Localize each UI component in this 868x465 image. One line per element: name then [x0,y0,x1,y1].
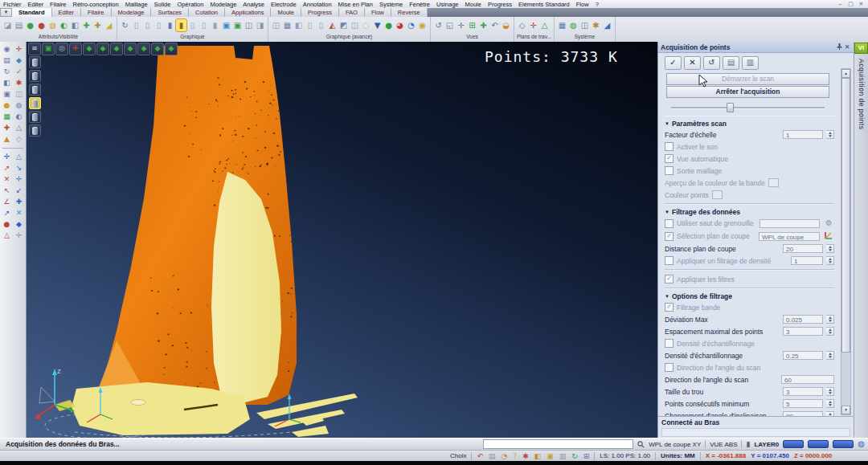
globe-icon[interactable]: ◍ [568,19,579,31]
minimize-button[interactable]: – [837,1,844,7]
active-workplane[interactable]: WPL de coupe XY [649,441,701,448]
vp-frame-icon[interactable]: ▣ [42,43,55,55]
frog-jump-settings-icon[interactable]: ⚙ [823,218,834,228]
node-icon[interactable]: ● [2,219,13,230]
view-cube-front-icon[interactable]: ◆ [83,43,96,55]
help-icon[interactable]: ? [513,451,517,461]
draft-analysis-icon[interactable]: ◭ [327,19,338,31]
tab-editer[interactable]: Editer [52,8,82,17]
filter-visibility-icon[interactable]: ◧ [70,19,80,31]
clip-plane-icon[interactable]: ▦ [282,19,293,31]
scan-buffer-icon-3[interactable] [29,84,41,96]
menu-item-operation[interactable]: Opération [174,1,207,8]
selection-mask-icon[interactable]: ◧ [534,451,542,461]
checkbox-direction-de-l-angle-du-scan[interactable] [665,363,674,372]
macro-icon[interactable]: ✱ [591,19,601,31]
menu-item-electrode[interactable]: Electrode [268,1,300,8]
menu-item-retro-conception[interactable]: Rétro-conception [70,1,122,8]
shade-icon[interactable]: ◐ [14,112,25,122]
scroll-down-arrow[interactable]: ▼ [841,406,850,414]
previous-view-icon[interactable]: ↶ [489,19,500,31]
view-manager-icon[interactable]: ◒ [501,19,511,31]
rotate-view-icon[interactable]: ↺ [433,19,444,31]
vector-se-icon[interactable]: ↘ [14,163,25,173]
save-points-button[interactable]: ▥ [742,56,759,70]
refresh-db-icon[interactable]: ▣ [232,19,243,31]
tab-fao[interactable]: FAO [339,8,365,17]
menu-item-mise-en-plan[interactable]: Mise en Plan [335,1,376,8]
render-mode-icon-7[interactable]: ▮ [210,19,220,31]
render-mode-icon-3[interactable]: ▯ [154,19,164,31]
slider-thumb[interactable] [727,103,734,112]
zebra-icon[interactable]: ◩ [338,19,349,31]
vp-zoom-icon[interactable]: ◎ [55,43,68,55]
validate-icon[interactable]: ✓ [14,67,25,77]
line-dir-icon[interactable]: ↗ [2,208,13,218]
render-mode-points-icon[interactable]: ▮ [176,19,186,31]
view-cube-iso-icon[interactable]: ◆ [165,43,178,55]
view-cube-left-icon[interactable]: ◆ [110,43,123,55]
spinner-control[interactable] [826,387,834,396]
scan-buffer-icon-2[interactable] [29,70,41,82]
snap-point-icon[interactable]: ✛ [14,44,25,55]
menu-item-progress[interactable]: Progress [485,1,515,8]
checkbox-appliquer-un-filtrage-de-densite[interactable] [665,256,674,265]
cancel-button[interactable]: ✕ [684,56,701,70]
menu-item-annotation[interactable]: Annotation [300,1,335,8]
input-espacement-maximal-des-points[interactable]: 3 [783,327,823,336]
add-icon[interactable]: ✚ [2,123,13,133]
zoom-in-icon[interactable]: ✚ [478,19,489,31]
section-view-icon[interactable]: ◫ [271,19,281,31]
view-cube-top-icon[interactable]: ◆ [137,43,150,55]
tri-axis-icon[interactable]: △ [2,230,13,241]
reset-scan-button[interactable]: ↺ [703,56,720,70]
tab-flow[interactable]: Flow [365,8,391,17]
input-densite-d-echantillonnage[interactable]: 0.25 [783,351,823,360]
stamp-icon[interactable]: ◪ [2,19,13,31]
cone-icon[interactable]: ▼ [372,19,383,31]
input-direction-de-l-angle-du-scan[interactable]: 60 [781,375,834,384]
half-view-icon[interactable]: ◧ [2,78,13,88]
clipboard-icon[interactable]: ▤ [489,451,496,461]
scan-buffer-icon-1[interactable] [29,56,41,68]
hide-selected-icon[interactable]: ✚ [92,19,103,31]
vp-triad-icon[interactable]: ✛ [69,43,82,55]
vector-nw-icon[interactable]: ↖ [2,186,13,196]
window-layout-icon[interactable]: ▦ [557,19,567,31]
sphere-shaded-icon[interactable]: ● [383,19,394,31]
section-header-filtrage-des-donnees[interactable]: ▼Filtrage des données [665,206,834,217]
color-swatch-couleur-points[interactable] [712,190,723,199]
scan-buffer-icon-4[interactable] [29,97,41,109]
regen-view-icon[interactable]: ↻ [120,19,130,31]
checkbox-filtrage-bande[interactable]: ✓ [665,303,674,312]
graphics-db-icon[interactable]: ▣ [221,19,231,31]
scene-settings-icon[interactable]: ◨ [255,19,265,31]
workplane-xy-icon[interactable]: ◇ [517,19,527,31]
copy-attributes-icon[interactable]: ▤ [14,19,24,31]
search-input[interactable] [483,439,633,449]
input-utiliser-saut-de-grenouille[interactable] [760,219,820,228]
sphere-rainbow-icon[interactable]: ◉ [417,19,428,31]
zoom-extents-icon[interactable]: ⊞ [467,19,477,31]
menu-item-moule[interactable]: Moule [462,1,485,8]
checkbox-appliquer-les-filtres[interactable]: ✓ [665,275,674,283]
point-diamond-icon[interactable]: ◆ [14,219,25,230]
view-cube-bottom-icon[interactable]: ◆ [151,43,164,55]
spinner-control[interactable] [826,399,834,408]
menu-item-elements-standard[interactable]: Eléments Standard [515,1,573,8]
edges-icon[interactable]: ▯ [305,19,315,31]
traffic-light-icon[interactable]: ◍ [47,19,58,31]
tab-surfaces[interactable]: Surfaces [151,8,189,17]
menu-item-analyse[interactable]: Analyse [240,1,268,8]
load-points-button[interactable]: ▤ [723,56,739,70]
tab-cotation[interactable]: Cotation [189,8,225,17]
collapse-arrow-icon[interactable]: ▼ [665,121,669,126]
checkbox-densite-d-echantillonnage[interactable] [665,339,674,348]
curvature-icon[interactable]: ▯ [316,19,326,31]
grid-icon[interactable]: ⊞ [583,451,590,461]
delete-point-icon[interactable]: ✕ [2,174,13,185]
eraser-icon[interactable]: ◢ [104,19,114,31]
menu-item-[interactable]: ? [592,1,602,8]
visibility-toggle-icon[interactable]: ◐ [59,19,69,31]
active-layer[interactable]: LAYER0 [754,441,779,448]
